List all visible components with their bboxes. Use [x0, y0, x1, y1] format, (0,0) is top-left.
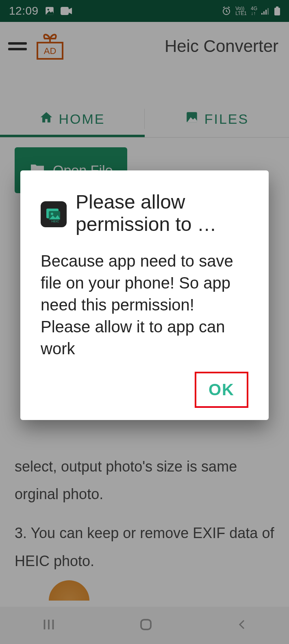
dialog-actions: OK — [41, 372, 248, 408]
svg-text:HEIC: HEIC — [51, 220, 59, 223]
svg-point-21 — [51, 213, 53, 215]
dialog-header: HEIC Please allow permission to … — [41, 191, 248, 235]
ok-button[interactable]: OK — [195, 372, 248, 408]
dialog-body: Because app need to save file on your ph… — [41, 250, 248, 360]
dialog-title: Please allow permission to … — [76, 191, 248, 235]
app-icon: HEIC — [41, 201, 67, 227]
permission-dialog: HEIC Please allow permission to … Becaus… — [20, 170, 269, 420]
